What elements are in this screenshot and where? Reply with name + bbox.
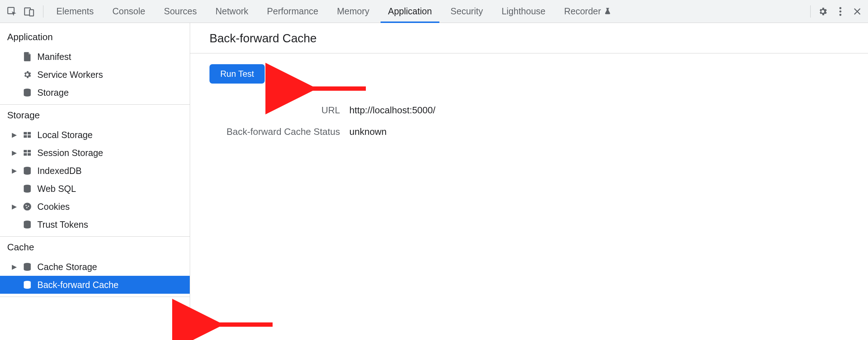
sidebar-item-label: Cookies — [37, 202, 70, 212]
database-icon — [22, 280, 32, 289]
sidebar-item-label: IndexedDB — [37, 166, 82, 176]
grid-icon — [22, 148, 32, 157]
main-panel: Back-forward Cache Run Test URL http://l… — [190, 23, 868, 340]
tab-elements[interactable]: Elements — [47, 0, 103, 23]
tab-application[interactable]: Application — [379, 0, 441, 23]
sidebar-item-service-workers[interactable]: ▶ Service Workers — [0, 66, 190, 84]
database-icon — [22, 184, 32, 193]
tab-memory[interactable]: Memory — [327, 0, 378, 23]
devtools-toolbar: Elements Console Sources Network Perform… — [0, 0, 868, 23]
status-row: Back-forward Cache Status unknown — [209, 121, 868, 142]
devtools-tabs: Elements Console Sources Network Perform… — [47, 0, 621, 23]
svg-rect-14 — [28, 153, 31, 156]
svg-point-4 — [839, 10, 841, 13]
tab-performance[interactable]: Performance — [258, 0, 327, 23]
file-icon — [22, 52, 32, 61]
toolbar-divider — [43, 5, 43, 18]
expand-caret-icon[interactable]: ▶ — [11, 203, 17, 211]
sidebar-item-indexeddb[interactable]: ▶ IndexedDB — [0, 162, 190, 180]
responsive-icon[interactable] — [24, 6, 34, 17]
url-label: URL — [209, 105, 349, 116]
svg-rect-10 — [28, 135, 31, 138]
svg-point-5 — [839, 14, 841, 16]
database-icon — [22, 220, 32, 229]
sidebar-item-label: Local Storage — [37, 130, 93, 140]
tab-application-label: Application — [388, 6, 432, 16]
close-icon[interactable] — [853, 7, 862, 16]
tab-network-label: Network — [216, 6, 249, 16]
application-sidebar: Application ▶ Manifest ▶ Service Workers… — [0, 23, 190, 340]
tab-memory-label: Memory — [337, 6, 369, 16]
svg-rect-13 — [24, 153, 27, 156]
svg-rect-7 — [24, 132, 27, 134]
sidebar-section-cache: Cache ▶ Cache Storage ▶ Back-forward Cac… — [0, 237, 190, 297]
sidebar-item-label: Back-forward Cache — [37, 280, 118, 290]
expand-caret-icon[interactable]: ▶ — [11, 149, 17, 157]
svg-rect-8 — [28, 132, 31, 134]
gear-icon[interactable] — [818, 6, 828, 16]
tab-performance-label: Performance — [267, 6, 318, 16]
grid-icon — [22, 131, 32, 139]
sidebar-item-back-forward-cache[interactable]: ▶ Back-forward Cache — [0, 276, 190, 294]
sidebar-item-cache-storage[interactable]: ▶ Cache Storage — [0, 258, 190, 276]
sidebar-item-storage[interactable]: ▶ Storage — [0, 84, 190, 101]
svg-rect-12 — [28, 150, 31, 152]
tab-elements-label: Elements — [56, 6, 94, 16]
sidebar-item-label: Storage — [37, 88, 69, 98]
gear-icon — [22, 70, 32, 79]
sidebar-item-local-storage[interactable]: ▶ Local Storage — [0, 126, 190, 144]
sidebar-item-label: Trust Tokens — [37, 219, 88, 230]
tab-sources-label: Sources — [164, 6, 197, 16]
tab-sources[interactable]: Sources — [155, 0, 206, 23]
tab-recorder[interactable]: Recorder — [555, 0, 621, 23]
tab-lighthouse-label: Lighthouse — [501, 6, 545, 16]
more-icon[interactable] — [839, 6, 842, 16]
svg-point-19 — [28, 206, 29, 207]
sidebar-item-label: Service Workers — [37, 70, 103, 80]
svg-point-20 — [26, 207, 27, 208]
expand-caret-icon[interactable]: ▶ — [11, 263, 17, 271]
toolbar-divider-right — [810, 5, 811, 18]
tab-security[interactable]: Security — [441, 0, 492, 23]
status-value: unknown — [349, 126, 387, 137]
run-test-button[interactable]: Run Test — [209, 64, 265, 84]
tab-lighthouse[interactable]: Lighthouse — [492, 0, 555, 23]
tab-console-label: Console — [112, 6, 145, 16]
svg-rect-9 — [24, 135, 27, 138]
sidebar-section-title: Storage — [0, 105, 190, 126]
sidebar-item-label: Web SQL — [37, 184, 76, 194]
svg-point-18 — [25, 205, 27, 206]
url-value: http://localhost:5000/ — [349, 105, 435, 116]
cookie-icon — [22, 202, 32, 211]
svg-point-17 — [23, 203, 31, 211]
svg-rect-2 — [29, 10, 33, 16]
svg-point-3 — [839, 7, 841, 9]
flask-icon — [604, 7, 611, 16]
tab-recorder-label: Recorder — [564, 6, 601, 16]
inspect-icon[interactable] — [6, 6, 17, 17]
sidebar-section-storage: Storage ▶ Local Storage ▶ Session Storag… — [0, 105, 190, 237]
sidebar-item-label: Session Storage — [37, 148, 103, 158]
sidebar-section-title: Cache — [0, 237, 190, 258]
expand-caret-icon[interactable]: ▶ — [11, 131, 17, 139]
expand-caret-icon[interactable]: ▶ — [11, 167, 17, 175]
sidebar-item-trust-tokens[interactable]: ▶ Trust Tokens — [0, 216, 190, 233]
tab-console[interactable]: Console — [103, 0, 155, 23]
database-icon — [22, 166, 32, 175]
sidebar-item-manifest[interactable]: ▶ Manifest — [0, 48, 190, 66]
tab-network[interactable]: Network — [206, 0, 258, 23]
sidebar-item-websql[interactable]: ▶ Web SQL — [0, 180, 190, 198]
sidebar-item-session-storage[interactable]: ▶ Session Storage — [0, 144, 190, 162]
sidebar-section-title: Application — [0, 27, 190, 48]
sidebar-section-application: Application ▶ Manifest ▶ Service Workers… — [0, 27, 190, 105]
database-icon — [22, 262, 32, 271]
sidebar-item-label: Cache Storage — [37, 262, 97, 272]
sidebar-item-cookies[interactable]: ▶ Cookies — [0, 198, 190, 216]
page-title: Back-forward Cache — [190, 23, 868, 53]
status-label: Back-forward Cache Status — [209, 126, 349, 137]
url-row: URL http://localhost:5000/ — [209, 99, 868, 121]
database-icon — [22, 88, 32, 97]
tab-security-label: Security — [450, 6, 483, 16]
svg-rect-11 — [24, 150, 27, 152]
sidebar-item-label: Manifest — [37, 52, 71, 62]
